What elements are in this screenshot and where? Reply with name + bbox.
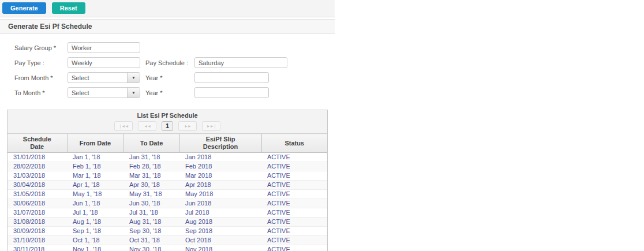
from-date-cell: Aug 1, '18 xyxy=(67,218,123,227)
from-date-cell: Oct 1, '18 xyxy=(67,236,123,245)
status-cell: ACTIVE xyxy=(261,153,327,162)
from-date-cell: Jun 1, '18 xyxy=(67,199,123,208)
status-cell: ACTIVE xyxy=(261,245,327,251)
column-header-schedule-date[interactable]: Schedule Date xyxy=(8,134,67,153)
status-cell: ACTIVE xyxy=(261,236,327,245)
status-cell: ACTIVE xyxy=(261,199,327,208)
paginator-page-1[interactable]: 1 xyxy=(162,121,173,131)
from-date-cell: May 1, '18 xyxy=(67,190,123,199)
status-cell: ACTIVE xyxy=(261,171,327,181)
pay-schedule-label: Pay Schedule : xyxy=(145,59,194,66)
to-date-cell: Sep 30, '18 xyxy=(123,227,179,236)
table-caption: List Esi Pf Schedule xyxy=(8,110,327,120)
from-date-cell: Nov 1, '18 xyxy=(67,245,123,251)
table-row[interactable]: 31/10/2018 Oct 1, '18 Oct 31, '18 Oct 20… xyxy=(8,236,327,245)
generate-button[interactable]: Generate xyxy=(2,2,46,14)
from-month-selected-value: Select xyxy=(68,74,127,81)
to-month-select[interactable]: Select ▼ xyxy=(68,87,140,98)
status-cell: ACTIVE xyxy=(261,190,327,199)
pay-type-input[interactable] xyxy=(68,57,140,68)
table-header-row: Schedule Date From Date To Date EsiPf Sl… xyxy=(8,134,327,153)
schedule-date-cell: 31/08/2018 xyxy=(8,218,67,227)
toolbar: Generate Reset xyxy=(0,0,335,17)
reset-button[interactable]: Reset xyxy=(52,2,85,14)
to-date-cell: Jul 31, '18 xyxy=(123,208,179,218)
table-row[interactable]: 30/11/2018 Nov 1, '18 Nov 30, '18 Nov 20… xyxy=(8,245,327,251)
schedule-date-cell: 31/10/2018 xyxy=(8,236,67,245)
column-header-from-date[interactable]: From Date xyxy=(67,134,123,153)
status-cell: ACTIVE xyxy=(261,208,327,218)
to-year-input[interactable] xyxy=(194,87,269,98)
from-date-cell: Sep 1, '18 xyxy=(67,227,123,236)
main-content: Generate Reset Generate Esi Pf Schedule … xyxy=(0,0,335,251)
esipf-slip-description-cell: Nov 2018 xyxy=(179,245,261,251)
column-header-status[interactable]: Status xyxy=(261,134,327,153)
from-year-input[interactable] xyxy=(194,72,269,83)
table-row[interactable]: 31/05/2018 May 1, '18 May 31, '18 May 20… xyxy=(8,190,327,199)
table-row[interactable]: 31/01/2018 Jan 1, '18 Jan 31, '18 Jan 20… xyxy=(8,153,327,162)
paginator-next-icon[interactable]: ►► xyxy=(178,121,197,131)
table-row[interactable]: 28/02/2018 Feb 1, '18 Feb 28, '18 Feb 20… xyxy=(8,162,327,171)
schedule-form: Salary Group * Pay Type : Pay Schedule :… xyxy=(0,34,335,98)
from-date-cell: Jul 1, '18 xyxy=(67,208,123,218)
column-header-esipf-slip-description[interactable]: EsiPf Slip Description xyxy=(179,134,261,153)
schedule-date-cell: 30/11/2018 xyxy=(8,245,67,251)
table-row[interactable]: 31/03/2018 Mar 1, '18 Mar 31, '18 Mar 20… xyxy=(8,171,327,181)
status-cell: ACTIVE xyxy=(261,227,327,236)
column-header-to-date[interactable]: To Date xyxy=(123,134,179,153)
table-row[interactable]: 30/09/2018 Sep 1, '18 Sep 30, '18 Sep 20… xyxy=(8,227,327,236)
to-month-label: To Month * xyxy=(14,89,68,96)
to-date-cell: Apr 30, '18 xyxy=(123,181,179,190)
to-date-cell: Nov 30, '18 xyxy=(123,245,179,251)
form-row-salary-group: Salary Group * xyxy=(14,42,335,53)
pay-schedule-input[interactable] xyxy=(194,57,287,68)
to-date-cell: Aug 31, '18 xyxy=(123,218,179,227)
table-row[interactable]: 30/06/2018 Jun 1, '18 Jun 30, '18 Jun 20… xyxy=(8,199,327,208)
schedule-data-table: Schedule Date From Date To Date EsiPf Sl… xyxy=(8,133,327,251)
to-year-label: Year * xyxy=(145,89,194,96)
from-year-label: Year * xyxy=(145,74,194,81)
status-cell: ACTIVE xyxy=(261,181,327,190)
from-month-select[interactable]: Select ▼ xyxy=(68,72,140,83)
table-row[interactable]: 31/08/2018 Aug 1, '18 Aug 31, '18 Aug 20… xyxy=(8,218,327,227)
page-title: Generate Esi Pf Schedule xyxy=(0,19,335,34)
to-date-cell: Feb 28, '18 xyxy=(123,162,179,171)
esipf-slip-description-cell: Aug 2018 xyxy=(179,218,261,227)
from-date-cell: Jan 1, '18 xyxy=(67,153,123,162)
paginator: ❘◄◄ ◄◄ 1 ►► ►►❘ xyxy=(8,120,327,133)
esipf-slip-description-cell: Jun 2018 xyxy=(179,199,261,208)
schedule-date-cell: 31/05/2018 xyxy=(8,190,67,199)
from-date-cell: Apr 1, '18 xyxy=(67,181,123,190)
from-date-cell: Mar 1, '18 xyxy=(67,171,123,181)
to-month-selected-value: Select xyxy=(68,89,127,96)
from-date-cell: Feb 1, '18 xyxy=(67,162,123,171)
paginator-first-icon[interactable]: ❘◄◄ xyxy=(114,121,133,131)
form-row-to-month: To Month * Select ▼ Year * xyxy=(14,87,335,98)
esipf-slip-description-cell: Jan 2018 xyxy=(179,153,261,162)
chevron-down-icon[interactable]: ▼ xyxy=(127,73,140,83)
table-row[interactable]: 31/07/2018 Jul 1, '18 Jul 31, '18 Jul 20… xyxy=(8,208,327,218)
schedule-date-cell: 28/02/2018 xyxy=(8,162,67,171)
form-row-from-month: From Month * Select ▼ Year * xyxy=(14,72,335,83)
esipf-slip-description-cell: Jul 2018 xyxy=(179,208,261,218)
to-date-cell: Oct 31, '18 xyxy=(123,236,179,245)
from-month-label: From Month * xyxy=(14,74,68,81)
schedule-date-cell: 30/09/2018 xyxy=(8,227,67,236)
esipf-slip-description-cell: Mar 2018 xyxy=(179,171,261,181)
status-cell: ACTIVE xyxy=(261,218,327,227)
to-date-cell: May 31, '18 xyxy=(123,190,179,199)
paginator-prev-icon[interactable]: ◄◄ xyxy=(138,121,156,131)
esipf-slip-description-cell: Feb 2018 xyxy=(179,162,261,171)
chevron-down-icon[interactable]: ▼ xyxy=(127,88,140,98)
to-date-cell: Jan 31, '18 xyxy=(123,153,179,162)
pay-type-label: Pay Type : xyxy=(14,59,68,66)
table-row[interactable]: 30/04/2018 Apr 1, '18 Apr 30, '18 Apr 20… xyxy=(8,181,327,190)
paginator-last-icon[interactable]: ►►❘ xyxy=(202,121,220,131)
to-date-cell: Mar 31, '18 xyxy=(123,171,179,181)
esipf-slip-description-cell: Apr 2018 xyxy=(179,181,261,190)
salary-group-input[interactable] xyxy=(68,42,140,53)
schedule-date-cell: 30/04/2018 xyxy=(8,181,67,190)
schedule-date-cell: 31/07/2018 xyxy=(8,208,67,218)
schedule-table: List Esi Pf Schedule ❘◄◄ ◄◄ 1 ►► ►►❘ Sch… xyxy=(7,110,328,251)
esipf-slip-description-cell: Sep 2018 xyxy=(179,227,261,236)
